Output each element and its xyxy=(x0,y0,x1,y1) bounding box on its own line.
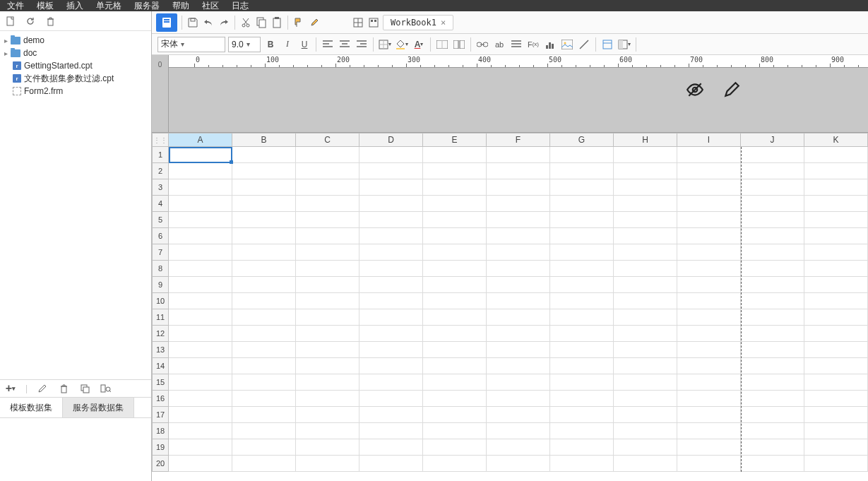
row-header-17[interactable]: 17 xyxy=(152,407,169,423)
cut-icon[interactable] xyxy=(239,16,252,29)
cell-D18[interactable] xyxy=(359,423,423,439)
format-painter-icon[interactable] xyxy=(292,16,305,29)
cell-I10[interactable] xyxy=(677,293,741,309)
tree-item-doc[interactable]: ▸doc xyxy=(0,47,151,59)
cell-K6[interactable] xyxy=(804,228,868,244)
paste-icon[interactable] xyxy=(270,16,283,29)
cell-F2[interactable] xyxy=(487,163,550,179)
cell-C12[interactable] xyxy=(296,326,359,342)
cell-I11[interactable] xyxy=(677,309,741,326)
cell-E4[interactable] xyxy=(423,196,487,212)
cell-D15[interactable] xyxy=(359,374,423,391)
cell-B1[interactable] xyxy=(232,147,296,163)
cell-A19[interactable] xyxy=(169,439,232,456)
text-format-icon[interactable]: ab xyxy=(492,37,506,52)
font-color-icon[interactable]: A▾ xyxy=(412,37,426,52)
menu-template[interactable]: 模板 xyxy=(37,0,54,11)
redo-icon[interactable] xyxy=(218,16,230,29)
row-header-9[interactable]: 9 xyxy=(152,277,169,293)
cell-I4[interactable] xyxy=(677,196,741,212)
row-header-10[interactable]: 10 xyxy=(152,293,169,309)
font-family-combo[interactable]: 宋体▾ xyxy=(157,37,225,52)
row-header-18[interactable]: 18 xyxy=(152,423,169,439)
cell-A7[interactable] xyxy=(169,244,232,261)
cell-J1[interactable] xyxy=(741,147,804,163)
merge-cells-icon[interactable] xyxy=(435,37,449,52)
cell-K13[interactable] xyxy=(804,342,868,358)
row-header-19[interactable]: 19 xyxy=(152,439,169,456)
cell-B11[interactable] xyxy=(232,309,296,326)
cell-D11[interactable] xyxy=(359,309,423,326)
cell-H13[interactable] xyxy=(614,342,677,358)
cell-F5[interactable] xyxy=(487,212,550,228)
menu-insert[interactable]: 插入 xyxy=(66,0,83,11)
cell-E16[interactable] xyxy=(423,391,487,407)
edit-dataset-icon[interactable] xyxy=(36,382,49,395)
cell-B15[interactable] xyxy=(232,374,296,391)
save-icon[interactable] xyxy=(186,16,199,29)
cell-G8[interactable] xyxy=(550,261,614,277)
cell-J11[interactable] xyxy=(741,309,804,326)
cell-D10[interactable] xyxy=(359,293,423,309)
brush-icon[interactable] xyxy=(308,16,321,29)
cell-K5[interactable] xyxy=(804,212,868,228)
cell-J2[interactable] xyxy=(741,163,804,179)
cell-B17[interactable] xyxy=(232,407,296,423)
cell-E13[interactable] xyxy=(423,342,487,358)
cell-I15[interactable] xyxy=(677,374,741,391)
row-header-2[interactable]: 2 xyxy=(152,163,169,179)
cell-E17[interactable] xyxy=(423,407,487,423)
cell-C17[interactable] xyxy=(296,407,359,423)
cell-B10[interactable] xyxy=(232,293,296,309)
tree-item-form2[interactable]: Form2.frm xyxy=(0,85,151,97)
cell-B19[interactable] xyxy=(232,439,296,456)
cell-F4[interactable] xyxy=(487,196,550,212)
cell-D1[interactable] xyxy=(359,147,423,163)
cell-K11[interactable] xyxy=(804,309,868,326)
cell-B4[interactable] xyxy=(232,196,296,212)
cell-A10[interactable] xyxy=(169,293,232,309)
cell-J17[interactable] xyxy=(741,407,804,423)
cell-D13[interactable] xyxy=(359,342,423,358)
cell-D20[interactable] xyxy=(359,456,423,472)
cell-C3[interactable] xyxy=(296,179,359,196)
hyperlink-icon[interactable] xyxy=(475,37,489,52)
cell-F12[interactable] xyxy=(487,326,550,342)
cell-I2[interactable] xyxy=(677,163,741,179)
row-header-6[interactable]: 6 xyxy=(152,228,169,244)
cell-G10[interactable] xyxy=(550,293,614,309)
cell-E18[interactable] xyxy=(423,423,487,439)
cell-C20[interactable] xyxy=(296,456,359,472)
cell-I13[interactable] xyxy=(677,342,741,358)
widget-icon[interactable] xyxy=(600,37,614,52)
cell-J18[interactable] xyxy=(741,423,804,439)
cell-I5[interactable] xyxy=(677,212,741,228)
cell-H12[interactable] xyxy=(614,326,677,342)
cell-D17[interactable] xyxy=(359,407,423,423)
tab-server-dataset[interactable]: 服务器数据集 xyxy=(63,398,134,417)
cell-H16[interactable] xyxy=(614,391,677,407)
cell-J7[interactable] xyxy=(741,244,804,261)
condition-icon[interactable]: ▾ xyxy=(617,37,631,52)
cell-F18[interactable] xyxy=(487,423,550,439)
cell-B7[interactable] xyxy=(232,244,296,261)
cell-A16[interactable] xyxy=(169,391,232,407)
app-icon[interactable] xyxy=(156,13,177,32)
slope-icon[interactable] xyxy=(577,37,591,52)
cell-I18[interactable] xyxy=(677,423,741,439)
cell-J13[interactable] xyxy=(741,342,804,358)
row-header-5[interactable]: 5 xyxy=(152,212,169,228)
cell-A13[interactable] xyxy=(169,342,232,358)
column-header-K[interactable]: K xyxy=(804,133,868,147)
column-header-F[interactable]: F xyxy=(487,133,550,147)
align-left-icon[interactable] xyxy=(321,37,335,52)
cell-E5[interactable] xyxy=(423,212,487,228)
cell-J3[interactable] xyxy=(741,179,804,196)
cell-A11[interactable] xyxy=(169,309,232,326)
cell-A1[interactable] xyxy=(169,147,232,163)
cell-H17[interactable] xyxy=(614,407,677,423)
cell-B12[interactable] xyxy=(232,326,296,342)
cell-C1[interactable] xyxy=(296,147,359,163)
cell-G15[interactable] xyxy=(550,374,614,391)
cell-C8[interactable] xyxy=(296,261,359,277)
